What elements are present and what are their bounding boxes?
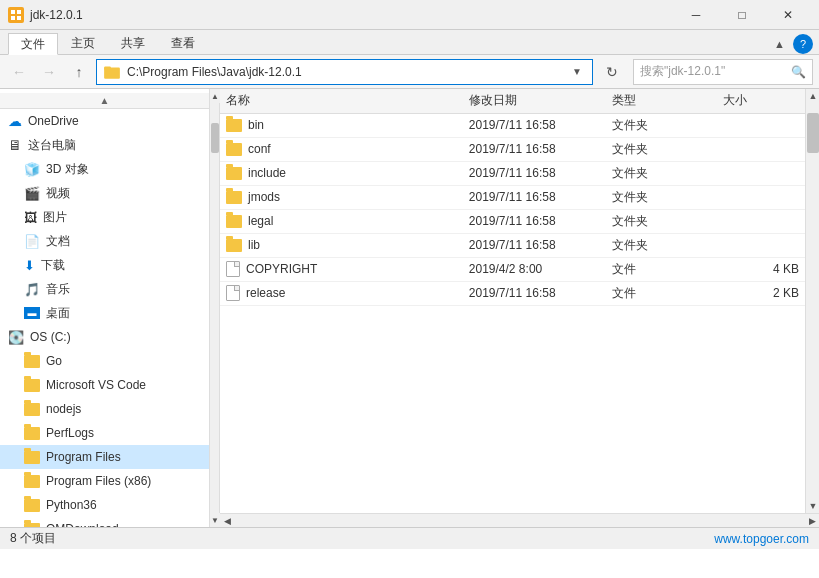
sidebar-item-music[interactable]: 🎵 音乐 [0,277,209,301]
file-name-cell-3: jmods [220,185,463,209]
file-name-cell-0: bin [220,113,463,137]
folder-icon-nodejs [24,403,40,416]
up-arrow-icon: ▲ [100,95,110,106]
hscroll-left-btn[interactable]: ◀ [220,514,234,528]
file-name: release [246,286,285,300]
ribbon: 文件 主页 共享 查看 ▲ ? [0,30,819,55]
table-row[interactable]: include2019/7/11 16:58文件夹 [220,161,805,185]
table-row[interactable]: lib2019/7/11 16:58文件夹 [220,233,805,257]
desktop-icon: ▬ [24,307,40,319]
folder-icon [226,239,242,252]
file-type: 文件夹 [606,185,716,209]
minimize-button[interactable]: ─ [673,0,719,30]
refresh-button[interactable]: ↻ [599,59,625,85]
sidebar-scroll-thumb[interactable] [211,123,219,153]
close-button[interactable]: ✕ [765,0,811,30]
back-button[interactable]: ← [6,59,32,85]
table-row[interactable]: release2019/7/11 16:58文件2 KB [220,281,805,305]
tab-file[interactable]: 文件 [8,33,58,55]
content-scroll-up-btn[interactable]: ▲ [806,89,819,103]
sidebar-item-onedrive[interactable]: ☁ OneDrive [0,109,209,133]
window-icon [8,7,24,23]
file-list-container[interactable]: 名称 修改日期 类型 大小 bin2019/7/11 16:58文件夹conf2… [220,89,805,513]
sidebar-label-osc: OS (C:) [30,330,71,344]
folder-icon-programfilesx86 [24,475,40,488]
3dobjects-icon: 🧊 [24,162,40,177]
ribbon-tabs: 文件 主页 共享 查看 ▲ ? [0,30,819,54]
hscroll-right-btn[interactable]: ▶ [805,514,819,528]
sidebar-label-documents: 文档 [46,233,70,250]
sidebar-label-thispc: 这台电脑 [28,137,76,154]
sidebar-item-nodejs[interactable]: nodejs [0,397,209,421]
column-header-name[interactable]: 名称 [220,89,463,113]
file-date: 2019/7/11 16:58 [463,185,606,209]
ribbon-collapse-button[interactable]: ▲ [770,36,789,52]
folder-icon [226,143,242,156]
table-row[interactable]: legal2019/7/11 16:58文件夹 [220,209,805,233]
file-table: 名称 修改日期 类型 大小 bin2019/7/11 16:58文件夹conf2… [220,89,805,306]
up-button[interactable]: ↑ [66,59,92,85]
sidebar-label-python36: Python36 [46,498,97,512]
search-icon[interactable]: 🔍 [791,65,806,79]
sidebar-label-qmdownload: QMDownload [46,522,119,527]
table-row[interactable]: COPYRIGHT2019/4/2 8:00文件4 KB [220,257,805,281]
sidebar-item-documents[interactable]: 📄 文档 [0,229,209,253]
file-name: lib [248,238,260,252]
content-scroll-thumb[interactable] [807,113,819,153]
sidebar-item-go[interactable]: Go [0,349,209,373]
content-area: 名称 修改日期 类型 大小 bin2019/7/11 16:58文件夹conf2… [220,89,819,527]
sidebar-scroll-up-btn[interactable]: ▲ [210,89,220,103]
documents-icon: 📄 [24,234,40,249]
tab-home[interactable]: 主页 [58,32,108,54]
sidebar-item-3dobjects[interactable]: 🧊 3D 对象 [0,157,209,181]
tab-share[interactable]: 共享 [108,32,158,54]
sidebar-item-programfiles[interactable]: Program Files [0,445,209,469]
folder-icon [226,191,242,204]
sidebar-item-python36[interactable]: Python36 [0,493,209,517]
help-button[interactable]: ? [793,34,813,54]
table-row[interactable]: conf2019/7/11 16:58文件夹 [220,137,805,161]
file-name: legal [248,214,273,228]
content-scroll-down-btn[interactable]: ▼ [806,499,819,513]
sidebar-scroll-down-btn[interactable]: ▼ [210,513,220,527]
music-icon: 🎵 [24,282,40,297]
folder-icon [226,119,242,132]
sidebar-item-qmdownload[interactable]: QMDownload [0,517,209,527]
sidebar-scroll-up[interactable]: ▲ [0,93,209,109]
file-type: 文件夹 [606,209,716,233]
sidebar-label-downloads: 下载 [41,257,65,274]
file-name-cell-5: lib [220,233,463,257]
sidebar-item-msvscode[interactable]: Microsoft VS Code [0,373,209,397]
sidebar-item-perflogs[interactable]: PerfLogs [0,421,209,445]
sidebar-item-desktop[interactable]: ▬ 桌面 [0,301,209,325]
forward-button[interactable]: → [36,59,62,85]
hscroll-track[interactable] [234,514,805,528]
file-name: include [248,166,286,180]
svg-rect-3 [17,16,21,20]
sidebar-label-videos: 视频 [46,185,70,202]
sidebar-item-programfilesx86[interactable]: Program Files (x86) [0,469,209,493]
sidebar-item-thispc[interactable]: 🖥 这台电脑 [0,133,209,157]
search-bar[interactable]: 搜索"jdk-12.0.1" 🔍 [633,59,813,85]
sidebar-label-perflogs: PerfLogs [46,426,94,440]
file-size [717,137,805,161]
sidebar-label-music: 音乐 [46,281,70,298]
sidebar-item-videos[interactable]: 🎬 视频 [0,181,209,205]
sidebar-label-onedrive: OneDrive [28,114,79,128]
maximize-button[interactable]: □ [719,0,765,30]
file-date: 2019/7/11 16:58 [463,113,606,137]
table-row[interactable]: bin2019/7/11 16:58文件夹 [220,113,805,137]
column-header-date[interactable]: 修改日期 [463,89,606,113]
column-header-type[interactable]: 类型 [606,89,716,113]
sidebar-item-downloads[interactable]: ⬇ 下载 [0,253,209,277]
address-bar[interactable]: C:\Program Files\Java\jdk-12.0.1 ▼ [96,59,593,85]
sidebar-item-pictures[interactable]: 🖼 图片 [0,205,209,229]
sidebar-item-osc[interactable]: 💽 OS (C:) [0,325,209,349]
address-dropdown-arrow[interactable]: ▼ [568,66,586,77]
svg-rect-5 [104,66,111,69]
tab-view[interactable]: 查看 [158,32,208,54]
file-type: 文件夹 [606,233,716,257]
column-header-size[interactable]: 大小 [717,89,805,113]
onedrive-icon: ☁ [8,113,22,129]
table-row[interactable]: jmods2019/7/11 16:58文件夹 [220,185,805,209]
